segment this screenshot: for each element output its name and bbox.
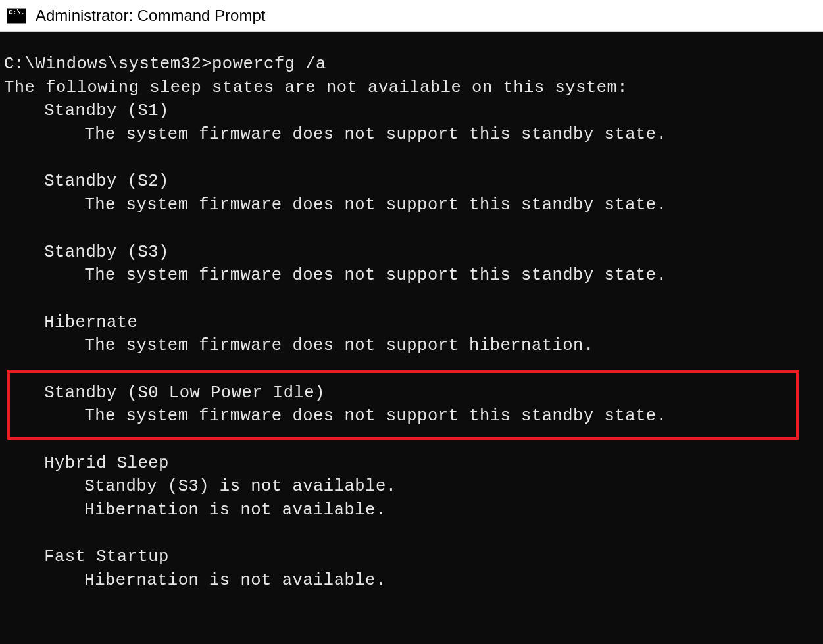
state-reason: The system firmware does not support thi… — [4, 264, 819, 287]
blank-line — [4, 147, 819, 170]
prompt-text: C:\Windows\system32> — [4, 55, 212, 74]
blank-line — [4, 522, 819, 546]
state-name: Hybrid Sleep — [4, 452, 819, 476]
state-reason: Standby (S3) is not available. — [4, 475, 819, 499]
blank-line — [4, 358, 819, 382]
state-reason: The system firmware does not support thi… — [4, 405, 819, 428]
state-reason: The system firmware does not support thi… — [4, 123, 819, 147]
state-block: Standby (S2)The system firmware does not… — [4, 170, 819, 216]
state-name: Standby (S2) — [4, 170, 819, 193]
window-title: Administrator: Command Prompt — [36, 7, 265, 25]
state-block: Hybrid SleepStandby (S3) is not availabl… — [4, 452, 819, 522]
state-reason: Hibernation is not available. — [4, 499, 819, 522]
state-name: Hibernate — [4, 311, 819, 335]
blank-line — [4, 217, 819, 241]
terminal-output[interactable]: C:\Windows\system32>powercfg /aThe follo… — [0, 32, 823, 644]
blank-line — [4, 428, 819, 452]
command-prompt-window: C:\. Administrator: Command Prompt C:\Wi… — [0, 0, 823, 644]
cmd-icon: C:\. — [7, 8, 26, 24]
state-reason: Hibernation is not available. — [4, 569, 819, 593]
state-block: Standby (S0 Low Power Idle)The system fi… — [4, 382, 819, 428]
state-block: Fast StartupHibernation is not available… — [4, 545, 819, 592]
state-name: Standby (S1) — [4, 99, 819, 123]
state-reason: The system firmware does not support thi… — [4, 193, 819, 217]
blank-line — [4, 287, 819, 311]
state-name: Standby (S0 Low Power Idle) — [4, 382, 819, 405]
state-block: Standby (S3)The system firmware does not… — [4, 241, 819, 287]
state-name: Standby (S3) — [4, 241, 819, 264]
state-reason: The system firmware does not support hib… — [4, 334, 819, 358]
state-name: Fast Startup — [4, 545, 819, 569]
state-block: Standby (S1)The system firmware does not… — [4, 99, 819, 146]
state-block: HibernateThe system firmware does not su… — [4, 311, 819, 358]
output-heading: The following sleep states are not avail… — [4, 76, 819, 100]
command-text: powercfg /a — [212, 55, 326, 74]
titlebar[interactable]: C:\. Administrator: Command Prompt — [0, 0, 823, 32]
prompt-line: C:\Windows\system32>powercfg /a — [4, 53, 819, 76]
